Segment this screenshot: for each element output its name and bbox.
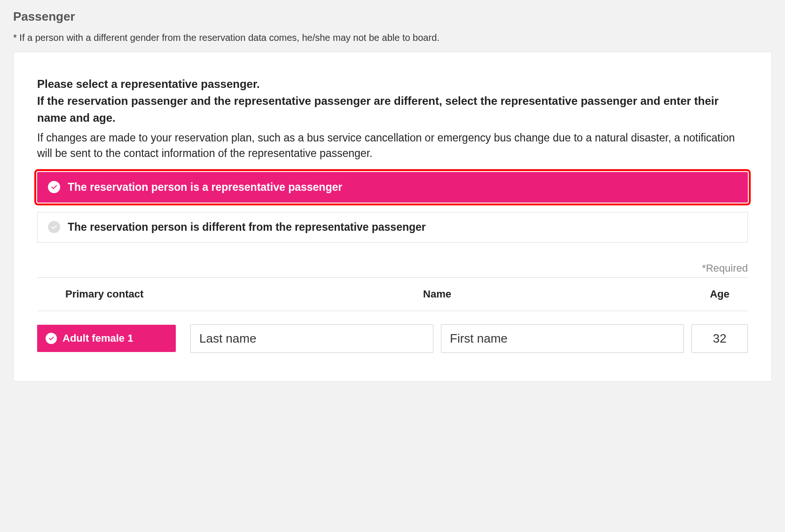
option-same-person[interactable]: The reservation person is a representati… [37, 172, 748, 203]
instructions-normal: If changes are made to your reservation … [37, 130, 748, 162]
check-circle-icon [46, 333, 57, 344]
col-name: Name [183, 288, 691, 300]
check-circle-icon [48, 181, 60, 193]
option-same-label: The reservation person is a representati… [68, 181, 342, 194]
page-title: Passenger [13, 9, 772, 24]
last-name-input[interactable] [190, 324, 433, 353]
option-different-label: The reservation person is different from… [68, 221, 426, 234]
required-note: *Required [37, 262, 748, 274]
gender-note: * If a person with a different gender fr… [13, 32, 772, 43]
instructions-bold-line2: If the reservation passenger and the rep… [37, 94, 719, 124]
check-circle-icon [48, 221, 60, 233]
col-age: Age [691, 288, 748, 300]
table-header: Primary contact Name Age [37, 277, 748, 311]
option-different-person[interactable]: The reservation person is different from… [37, 212, 748, 243]
primary-contact-badge[interactable]: Adult female 1 [37, 325, 176, 352]
contact-badge-label: Adult female 1 [63, 332, 133, 344]
instructions-bold: Please select a representative passenger… [37, 76, 748, 126]
age-input[interactable] [691, 324, 748, 353]
name-inputs [190, 324, 684, 353]
passenger-row: Adult female 1 [37, 311, 748, 353]
first-name-input[interactable] [441, 324, 684, 353]
passenger-card: Please select a representative passenger… [13, 52, 772, 382]
col-primary-contact: Primary contact [37, 288, 183, 300]
instructions-bold-line1: Please select a representative passenger… [37, 78, 260, 90]
